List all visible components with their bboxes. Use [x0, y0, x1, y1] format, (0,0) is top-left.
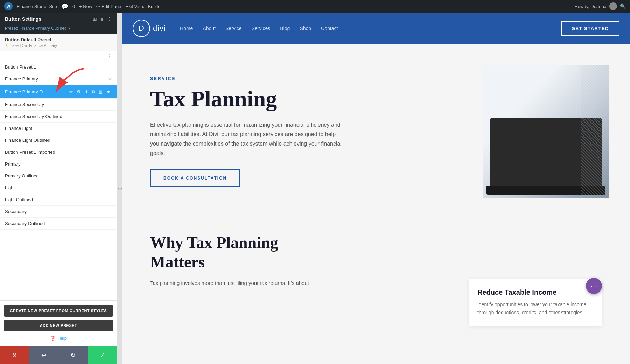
header-cta-button[interactable]: GET STARTED [561, 21, 620, 36]
preset-item[interactable]: Light Outlined [0, 194, 117, 206]
preset-item[interactable]: Finance Light [0, 122, 117, 134]
panel-header: Button Settings ⊞ ▥ ⋮ [0, 13, 117, 25]
preset-item-label: Light Outlined [5, 197, 112, 202]
card-desc: Identify opportunities to lower your tax… [477, 301, 594, 316]
wordpress-logo[interactable]: W [4, 2, 13, 10]
redo-button[interactable]: ↻ [58, 346, 88, 364]
search-icon[interactable]: 🔍 [620, 4, 626, 9]
preset-item[interactable]: Button Preset 1 imported [0, 146, 117, 158]
preset-list: Button Preset 1 Finance Primary ★ Financ… [0, 61, 117, 300]
preset-item[interactable]: Light [0, 182, 117, 194]
preset-item-label: Finance Secondary Outlined [5, 114, 112, 119]
nav-shop[interactable]: Shop [300, 26, 311, 31]
duplicate-preset-button[interactable]: ⧉ [90, 88, 96, 95]
default-preset-sub: ★ Based On: Finance Primary [5, 43, 112, 48]
create-preset-button[interactable]: CREATE NEW PRESET FROM CURRENT STYLES [4, 305, 113, 317]
dots-icon: ··· [591, 281, 597, 290]
preset-line: Preset: Finance Primary Outlined ▾ [0, 25, 117, 34]
preset-toolbar: ✏ ⚙ ⬆ ⧉ 🗑 ★ [68, 88, 112, 95]
settings-preset-button[interactable]: ⚙ [75, 89, 82, 95]
resize-handle[interactable]: ⇔ [117, 13, 122, 364]
howdy-text: Howdy, Deanna [574, 4, 607, 9]
panel-action-bar: ✕ ↩ ↻ ✓ [0, 346, 117, 364]
preset-item[interactable]: Primary Outlined [0, 170, 117, 182]
left-panel: Button Settings ⊞ ▥ ⋮ Preset: Finance Pr… [0, 13, 117, 364]
preset-item[interactable]: Button Preset 1 [0, 61, 117, 73]
nav-about[interactable]: About [203, 26, 216, 31]
section2-text: Tax planning involves more than just fil… [150, 279, 448, 288]
logo-circle: D [133, 20, 150, 37]
preset-item[interactable]: Primary [0, 158, 117, 170]
admin-bar-left: W Finance Starter Site 💬 0 + New ✏ Edit … [4, 2, 569, 10]
right-content: D divi Home About Service Services Blog … [122, 13, 630, 364]
close-button[interactable]: ✕ [0, 346, 29, 364]
close-icon: ✕ [12, 351, 17, 359]
preset-item[interactable]: Secondary [0, 206, 117, 218]
preset-item-label: Finance Light [5, 126, 112, 131]
main-layout: Button Settings ⊞ ▥ ⋮ Preset: Finance Pr… [0, 13, 630, 364]
preset-item-label: Secondary [5, 209, 112, 214]
fab-button[interactable]: ··· [586, 278, 602, 294]
edit-preset-button[interactable]: ✏ [68, 89, 75, 95]
card-box: Reduce Taxable Income Identify opportuni… [469, 279, 602, 326]
panel-bottom: CREATE NEW PRESET FROM CURRENT STYLES AD… [0, 300, 117, 346]
add-preset-button[interactable]: ADD NEW PRESET [4, 320, 113, 331]
preset-item-label: Finance Primary [5, 76, 108, 82]
hero-section: SERVICE Tax Planning Effective tax plann… [122, 44, 630, 219]
comments-link[interactable]: 0 [72, 4, 75, 9]
redo-icon: ↻ [70, 351, 76, 359]
active-preset-item[interactable]: Finance Primary O... ✏ ⚙ ⬆ ⧉ 🗑 ★ [0, 85, 117, 99]
default-preset-title: Button Default Preset [5, 37, 112, 42]
save-button[interactable]: ✓ [88, 346, 117, 364]
undo-button[interactable]: ↩ [29, 346, 59, 364]
panel-icon-maximize[interactable]: ⊞ [93, 16, 97, 22]
undo-icon: ↩ [41, 351, 47, 359]
preset-item[interactable]: Secondary Outlined [0, 218, 117, 230]
preset-item-label: Finance Primary O... [5, 89, 68, 94]
star-icon: ★ [108, 77, 112, 82]
export-preset-button[interactable]: ⬆ [83, 89, 90, 95]
new-link[interactable]: + New [79, 4, 92, 9]
preset-label-text: Preset: Finance Primary Outlined [5, 26, 67, 31]
preset-item[interactable]: Finance Secondary Outlined [0, 111, 117, 122]
section2-title: Why Tax Planning Matters [150, 233, 325, 272]
hero-cta-button[interactable]: BOOK A CONSULTATION [150, 169, 240, 187]
resize-handle-icon: ⇔ [118, 185, 122, 192]
nav-blog[interactable]: Blog [280, 26, 290, 31]
nav-contact[interactable]: Contact [321, 26, 338, 31]
bg-pattern [581, 65, 609, 198]
help-link[interactable]: ❓ Help [4, 334, 113, 342]
admin-bar-right: Howdy, Deanna 🔍 [574, 2, 626, 10]
second-section-layout: Tax planning involves more than just fil… [150, 279, 602, 326]
preset-item-label: Light [5, 185, 112, 190]
exit-builder-link[interactable]: Exit Visual Builder [125, 4, 162, 9]
panel-title: Button Settings [5, 16, 41, 22]
preset-item[interactable]: Finance Light Outlined [0, 134, 117, 146]
preset-item-label: Finance Secondary [5, 102, 112, 107]
hero-desc: Effective tax planning is essential for … [150, 120, 346, 158]
hero-title: Tax Planning [150, 87, 462, 111]
default-preset-box: Button Default Preset ★ Based On: Financ… [0, 34, 117, 51]
preset-item[interactable]: Finance Secondary [0, 99, 117, 111]
panel-icon-more[interactable]: ⋮ [107, 16, 112, 22]
check-icon: ✓ [100, 351, 105, 359]
section-more-icon[interactable]: ⋮ [106, 53, 112, 59]
preset-item-label: Button Preset 1 [5, 64, 112, 70]
panel-icon-columns[interactable]: ▥ [100, 16, 104, 22]
site-name-link[interactable]: Finance Starter Site [17, 4, 57, 9]
edit-page-link[interactable]: ✏ Edit Page [96, 4, 121, 9]
hero-eyebrow: SERVICE [150, 76, 462, 81]
delete-preset-button[interactable]: 🗑 [97, 89, 104, 95]
preset-item-label: Secondary Outlined [5, 221, 112, 226]
admin-bar: W Finance Starter Site 💬 0 + New ✏ Edit … [0, 0, 630, 13]
star-preset-button[interactable]: ★ [105, 89, 112, 95]
preset-item[interactable]: Finance Primary ★ [0, 73, 117, 85]
nav-services[interactable]: Services [252, 26, 271, 31]
nav-service[interactable]: Service [225, 26, 242, 31]
nav-home[interactable]: Home [180, 26, 193, 31]
help-icon: ❓ [50, 336, 56, 341]
preset-item-label: Button Preset 1 imported [5, 149, 112, 155]
based-on-text: Based On: Finance Primary [10, 43, 57, 48]
pencil-icon: ✏ [96, 4, 100, 9]
site-header: D divi Home About Service Services Blog … [122, 13, 630, 44]
